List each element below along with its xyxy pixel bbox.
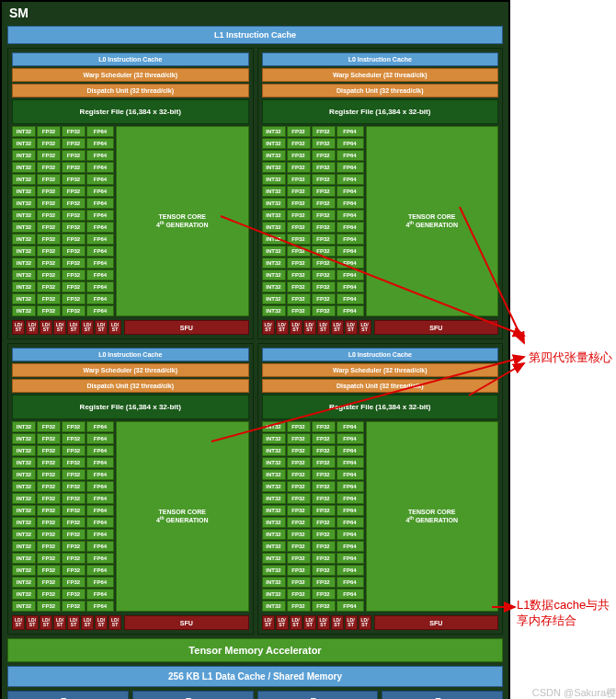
int32-core: INT32: [262, 150, 286, 161]
int32-core: INT32: [262, 493, 286, 504]
fp32-core: FP32: [287, 529, 311, 540]
fp32-core: FP32: [62, 162, 86, 173]
fp64-core: FP64: [86, 469, 114, 480]
load-store-unit: LD/ ST: [359, 615, 371, 630]
int32-core: INT32: [12, 258, 36, 269]
fp64-core: FP64: [337, 493, 364, 504]
register-file: Register File (16,384 x 32-bit): [12, 99, 249, 124]
fp64-core: FP64: [337, 553, 364, 564]
load-store-unit: LD/ ST: [108, 615, 121, 630]
fp32-core: FP32: [312, 517, 336, 528]
fp64-core: FP64: [337, 589, 364, 600]
fp32-core: FP32: [62, 541, 86, 552]
int32-core: INT32: [12, 529, 36, 540]
int32-core: INT32: [262, 174, 286, 185]
fp32-core: FP32: [62, 433, 86, 444]
int32-core: INT32: [262, 198, 286, 209]
warp-scheduler: Warp Scheduler (32 thread/clk): [262, 363, 499, 377]
fp32-core: FP32: [37, 269, 61, 281]
fp64-core: FP64: [86, 565, 114, 576]
load-store-unit: LD/ ST: [67, 320, 80, 335]
warp-scheduler: Warp Scheduler (32 thread/clk): [12, 363, 249, 377]
sm-quadrant: L0 Instruction CacheWarp Scheduler (32 t…: [7, 48, 254, 339]
fp32-core: FP32: [287, 493, 311, 504]
l1-instruction-cache: L1 Instruction Cache: [7, 26, 503, 44]
fp32-core: FP32: [287, 246, 311, 257]
fp64-core: FP64: [337, 186, 364, 197]
int32-core: INT32: [12, 493, 36, 504]
fp32-core: FP32: [312, 457, 336, 468]
fp64-core: FP64: [337, 457, 364, 468]
int32-core: INT32: [262, 138, 286, 149]
int32-core: INT32: [12, 269, 36, 281]
dispatch-unit: Dispatch Unit (32 thread/clk): [12, 379, 249, 393]
int32-core: INT32: [12, 305, 36, 316]
tensor-core: TENSOR CORE4th GENERATION: [366, 421, 499, 612]
fp32-core: FP32: [37, 541, 61, 552]
fp64-core: FP64: [86, 433, 114, 444]
l0-instruction-cache: L0 Instruction Cache: [262, 348, 499, 361]
annotation-l1-cache: L1数据cache与共享内存结合: [517, 598, 616, 629]
fp64-core: FP64: [86, 234, 114, 245]
fp64-core: FP64: [337, 281, 364, 292]
int32-core: INT32: [262, 553, 286, 564]
fp64-core: FP64: [86, 246, 114, 257]
fp32-core: FP32: [62, 577, 86, 588]
fp64-core: FP64: [86, 281, 114, 292]
fp32-core: FP32: [62, 457, 86, 468]
load-store-unit: LD/ ST: [26, 320, 39, 335]
int32-core: INT32: [12, 162, 36, 173]
fp32-core: FP32: [287, 553, 311, 564]
int32-core: INT32: [12, 234, 36, 245]
fp32-core: FP32: [312, 565, 336, 576]
fp32-core: FP32: [37, 126, 61, 137]
fp32-core: FP32: [287, 541, 311, 552]
fp64-core: FP64: [86, 198, 114, 209]
tensor-core: TENSOR CORE4th GENERATION: [366, 126, 499, 316]
load-store-unit: LD/ ST: [81, 615, 94, 630]
int32-core: INT32: [12, 186, 36, 197]
fp32-core: FP32: [287, 589, 311, 600]
int32-core: INT32: [12, 293, 36, 304]
int32-core: INT32: [262, 481, 286, 492]
fp64-core: FP64: [337, 269, 364, 281]
tex-unit: Tex: [132, 691, 254, 699]
fp32-core: FP32: [37, 493, 61, 504]
fp64-core: FP64: [86, 529, 114, 540]
load-store-unit: LD/ ST: [12, 320, 25, 335]
fp64-core: FP64: [337, 126, 364, 137]
fp32-core: FP32: [62, 589, 86, 600]
fp32-core: FP32: [287, 281, 311, 292]
sm-title: SM: [4, 4, 507, 22]
int32-core: INT32: [12, 138, 36, 149]
watermark: CSDN @Sakura樱: [532, 686, 616, 699]
fp64-core: FP64: [337, 445, 364, 456]
fp32-core: FP32: [37, 577, 61, 588]
sm-quadrant: L0 Instruction CacheWarp Scheduler (32 t…: [257, 343, 504, 635]
int32-core: INT32: [262, 234, 286, 245]
fp64-core: FP64: [86, 162, 114, 173]
int32-core: INT32: [262, 565, 286, 576]
fp32-core: FP32: [312, 186, 336, 197]
int32-core: INT32: [12, 565, 36, 576]
fp32-core: FP32: [287, 258, 311, 269]
fp32-core: FP32: [37, 246, 61, 257]
fp32-core: FP32: [287, 433, 311, 444]
tex-unit: Tex: [257, 691, 379, 699]
fp64-core: FP64: [86, 138, 114, 149]
int32-core: INT32: [262, 529, 286, 540]
fp32-core: FP32: [312, 234, 336, 245]
fp32-core: FP32: [37, 421, 61, 432]
fp64-core: FP64: [337, 246, 364, 257]
fp32-core: FP32: [37, 222, 61, 233]
fp32-core: FP32: [312, 198, 336, 209]
fp32-core: FP32: [37, 293, 61, 304]
fp32-core: FP32: [287, 421, 311, 432]
fp64-core: FP64: [86, 126, 114, 137]
load-store-unit: LD/ ST: [12, 615, 25, 630]
fp32-core: FP32: [312, 138, 336, 149]
fp64-core: FP64: [86, 481, 114, 492]
load-store-unit: LD/ ST: [345, 320, 358, 335]
fp64-core: FP64: [337, 138, 364, 149]
int32-core: INT32: [12, 505, 36, 516]
